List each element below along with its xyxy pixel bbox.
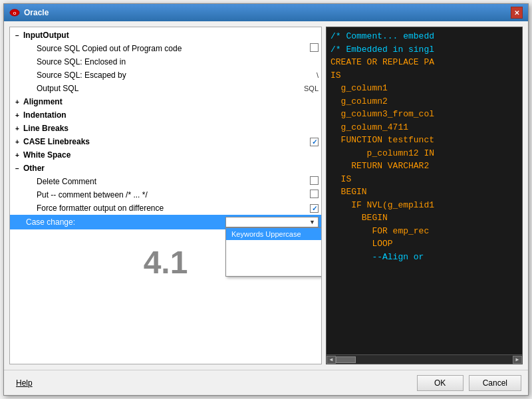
tree-label-source-escaped: Source SQL: Escaped by	[37, 70, 299, 80]
close-button[interactable]: ✕	[511, 7, 523, 19]
spacer-1	[26, 44, 35, 53]
spacer-3	[26, 70, 35, 80]
dropdown-arrow: ▼	[309, 219, 315, 225]
tree-label-force-formatter: Force formatter output on difference	[37, 203, 310, 213]
option-no-change[interactable]: No Change	[226, 240, 321, 252]
tree-label-alignment: Alignment	[23, 97, 319, 106]
tree-item-source-escaped[interactable]: Source SQL: Escaped by \	[10, 68, 321, 82]
expand-icon-case-linebreaks[interactable]: +	[13, 137, 22, 146]
title-bar: O Oracle ✕	[4, 4, 528, 21]
case-change-label: Case change:	[26, 217, 225, 227]
checkbox-put-comment[interactable]	[310, 190, 319, 200]
check-force-formatter[interactable]	[310, 204, 319, 213]
checkbox-source-copied[interactable]	[310, 43, 319, 54]
code-line-5: g_column1	[331, 82, 518, 95]
tree-item-whitespace[interactable]: + White Space	[10, 148, 321, 162]
tree-item-source-copied[interactable]: Source SQL Copied out of Program code	[10, 42, 321, 55]
code-line-3: CREATE OR REPLACE PA	[331, 56, 518, 69]
code-line-11: RETURN VARCHAR2	[331, 160, 518, 173]
code-line-9: FUNCTION testfunct	[331, 134, 518, 147]
tree-label-other: Other	[23, 164, 319, 173]
code-line-2: /* Embedded in singl	[331, 43, 518, 57]
checkbox-force-formatter[interactable]	[310, 203, 319, 213]
tree-item-force-formatter[interactable]: Force formatter output on difference	[10, 201, 321, 215]
value-source-escaped: \	[299, 71, 319, 79]
option-keywords-uppercase[interactable]: Keywords Uppercase	[226, 228, 321, 240]
expand-icon-whitespace[interactable]: +	[13, 150, 22, 160]
footer-right: OK Cancel	[417, 375, 521, 391]
case-change-selected: Keywords Uppercase	[229, 218, 299, 226]
case-change-dropdown[interactable]: Keywords Uppercase ▼	[225, 217, 319, 227]
expand-icon-alignment[interactable]: +	[13, 97, 22, 106]
scroll-track	[336, 356, 513, 363]
code-line-15: BEGIN	[331, 211, 518, 225]
case-change-dropdown-container: Keywords Uppercase ▼ Keywords Uppercase …	[225, 217, 319, 227]
scroll-thumb[interactable]	[336, 356, 356, 363]
tree-item-linebreaks[interactable]: + Line Breaks	[10, 122, 321, 135]
tree-item-other[interactable]: − Other	[10, 162, 321, 175]
footer: Help OK Cancel	[4, 370, 528, 395]
code-line-10: p_column12 IN	[331, 147, 518, 160]
tree-label-source-enclosed: Source SQL: Enclosed in	[37, 57, 299, 66]
tree-item-output-sql[interactable]: Output SQL SQL	[10, 82, 321, 95]
code-line-1: /* Comment... embedd	[331, 30, 518, 43]
tree-item-put-comment[interactable]: Put -- comment between /* ... */	[10, 188, 321, 201]
spacer-6	[26, 190, 35, 200]
check-delete-comment[interactable]	[310, 176, 319, 185]
content-area: − InputOutput Source SQL Copied out of P…	[4, 21, 528, 370]
tree-label-case-linebreaks: CASE Linebreaks	[23, 137, 310, 146]
code-line-18: --Align or	[331, 251, 518, 264]
help-button[interactable]: Help	[11, 376, 38, 390]
check-put-comment[interactable]	[310, 190, 319, 198]
tree-label-delete-comment: Delete Comment	[37, 177, 310, 186]
tree-label-indentation: Indentation	[23, 110, 319, 120]
right-panel: /* Comment... embedd /* Embedded in sing…	[326, 27, 523, 364]
scroll-left-btn[interactable]: ◀	[327, 356, 336, 364]
code-line-4: IS	[331, 69, 518, 82]
tree-item-delete-comment[interactable]: Delete Comment	[10, 175, 321, 188]
tree-label-linebreaks: Line Breaks	[23, 124, 319, 133]
code-line-14: IF NVL(g_emplid1	[331, 199, 518, 212]
check-source-copied[interactable]	[310, 43, 319, 52]
checkbox-delete-comment[interactable]	[310, 176, 319, 187]
expand-icon-indentation[interactable]: +	[13, 110, 22, 120]
option-whole-uppercase[interactable]: Whole SQL Uppercase	[226, 252, 321, 264]
scroll-right-btn[interactable]: ▶	[513, 356, 522, 364]
expand-icon-linebreaks[interactable]: +	[13, 124, 22, 133]
tree-item-alignment[interactable]: + Alignment	[10, 95, 321, 108]
tree-label-put-comment: Put -- comment between /* ... */	[37, 190, 310, 200]
case-change-menu: Keywords Uppercase No Change Whole SQL U…	[225, 227, 322, 277]
expand-icon-other[interactable]: −	[13, 164, 22, 173]
tree-item-source-enclosed[interactable]: Source SQL: Enclosed in	[10, 55, 321, 68]
tree-label-whitespace: White Space	[23, 150, 319, 160]
spacer-5	[26, 177, 35, 186]
code-line-13: BEGIN	[331, 186, 518, 199]
value-output-sql: SQL	[299, 84, 319, 92]
code-line-7: g_column3_from_col	[331, 108, 518, 121]
spacer-7	[26, 203, 35, 213]
tree-item-case-linebreaks[interactable]: + CASE Linebreaks	[10, 135, 321, 148]
spacer-4	[26, 84, 35, 93]
option-whole-lowercase[interactable]: Whole SQL Lowercase	[226, 264, 321, 276]
code-display: /* Comment... embedd /* Embedded in sing…	[331, 30, 518, 361]
expand-icon-inputoutput[interactable]: −	[13, 31, 22, 40]
code-line-8: g_column_4711	[331, 121, 518, 134]
ok-button[interactable]: OK	[417, 375, 464, 391]
code-line-6: g_column2	[331, 95, 518, 108]
window-title: Oracle	[24, 8, 49, 17]
main-window: O Oracle ✕ − InputOutput Source SQL Copi…	[3, 3, 529, 396]
left-panel: − InputOutput Source SQL Copied out of P…	[9, 27, 322, 364]
tree-item-indentation[interactable]: + Indentation	[10, 108, 321, 122]
check-case-linebreaks[interactable]	[310, 138, 319, 146]
title-bar-left: O Oracle	[9, 7, 49, 18]
case-change-row[interactable]: Case change: Keywords Uppercase ▼ Keywor…	[10, 215, 321, 229]
code-line-17: LOOP	[331, 237, 518, 251]
oracle-icon: O	[9, 7, 20, 18]
svg-text:O: O	[13, 11, 17, 15]
code-scrollbar-h[interactable]: ◀ ▶	[327, 354, 522, 364]
tree-label-source-copied: Source SQL Copied out of Program code	[37, 44, 310, 53]
checkbox-case-linebreaks[interactable]	[310, 137, 319, 146]
cancel-button[interactable]: Cancel	[469, 375, 521, 391]
tree-item-inputoutput[interactable]: − InputOutput	[10, 29, 321, 42]
code-line-16: FOR emp_rec	[331, 225, 518, 238]
